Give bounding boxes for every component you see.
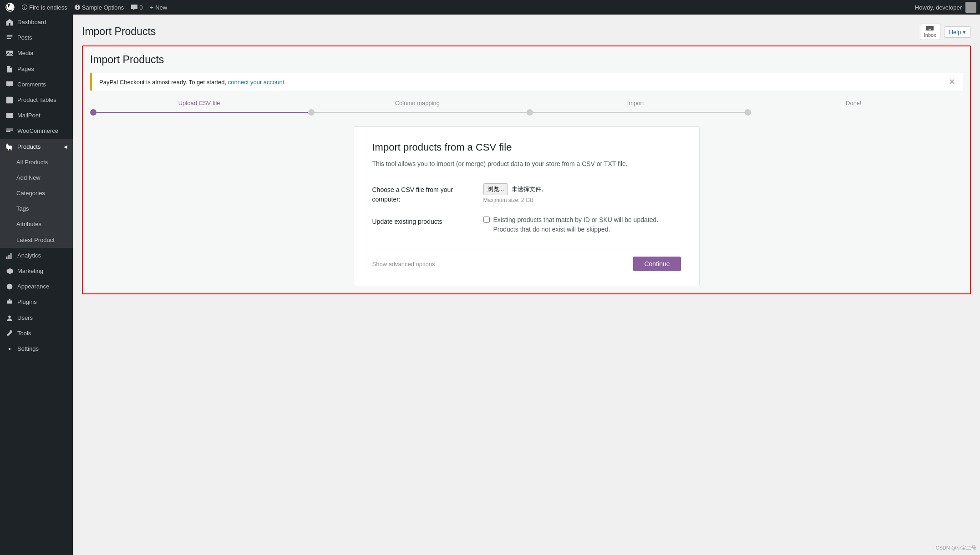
import-card-footer: Show advanced options Continue bbox=[372, 249, 681, 271]
topbar-avatar[interactable] bbox=[965, 2, 976, 13]
file-input-control: 浏览... 未选择文件。 Maximum size: 2 GB bbox=[483, 183, 681, 203]
show-advanced-button[interactable]: Show advanced options bbox=[372, 261, 435, 267]
import-page-title: Import Products bbox=[90, 54, 963, 66]
update-products-row: Update existing products Existing produc… bbox=[372, 215, 681, 234]
wp-logo[interactable] bbox=[4, 3, 16, 12]
sidebar-item-plugins[interactable]: Plugins bbox=[0, 294, 73, 310]
sidebar-item-latest-product[interactable]: Latest Product bbox=[0, 232, 73, 248]
settings-icon bbox=[5, 345, 14, 353]
main-content: Import Products Inbox Help ▾ Import Prod… bbox=[73, 15, 980, 555]
sidebar-item-woocommerce[interactable]: WooCommerce bbox=[0, 123, 73, 139]
svg-rect-10 bbox=[6, 257, 8, 259]
update-products-label: Update existing products bbox=[372, 215, 472, 227]
step-upload-label: Upload CSV file bbox=[178, 100, 220, 106]
media-icon bbox=[5, 49, 14, 57]
step-line-2 bbox=[315, 112, 526, 113]
sidebar-item-appearance[interactable]: Appearance bbox=[0, 279, 73, 294]
step-mapping-label: Column mapping bbox=[395, 100, 440, 106]
file-name-display: 未选择文件。 bbox=[512, 185, 547, 193]
products-submenu: All Products Add New Categories Tags Att… bbox=[0, 155, 73, 248]
marketing-icon bbox=[5, 267, 14, 275]
import-container: Import Products PayPal Checkout is almos… bbox=[82, 45, 971, 294]
users-icon bbox=[5, 314, 14, 322]
products-icon bbox=[5, 143, 14, 151]
svg-rect-11 bbox=[8, 255, 10, 259]
topbar-new[interactable]: + New bbox=[147, 0, 171, 15]
sidebar-item-dashboard[interactable]: Dashboard bbox=[0, 15, 73, 30]
svg-point-14 bbox=[8, 315, 10, 318]
notice-close-button[interactable]: ✕ bbox=[949, 78, 955, 86]
continue-button[interactable]: Continue bbox=[633, 257, 680, 271]
step-done-dot bbox=[745, 109, 751, 116]
step-line-1 bbox=[96, 112, 308, 113]
sidebar-item-settings[interactable]: Settings bbox=[0, 341, 73, 357]
page-title: Import Products bbox=[82, 25, 156, 39]
sidebar-item-categories[interactable]: Categories bbox=[0, 186, 73, 201]
sidebar-item-marketing[interactable]: Marketing bbox=[0, 263, 73, 279]
sidebar-item-tools[interactable]: Tools bbox=[0, 326, 73, 341]
inbox-button[interactable]: Inbox bbox=[920, 24, 940, 40]
topbar: Fire is endless Sample Options 0 + New H… bbox=[0, 0, 980, 15]
import-card-desc: This tool allows you to import (or merge… bbox=[372, 159, 681, 169]
tools-icon bbox=[5, 329, 14, 338]
topbar-sample-options[interactable]: Sample Options bbox=[71, 0, 128, 15]
topbar-site-name[interactable]: Fire is endless bbox=[18, 0, 71, 15]
notice-text: PayPal Checkout is almost ready. To get … bbox=[99, 79, 286, 86]
dashboard-icon bbox=[5, 18, 14, 26]
update-products-control: Existing products that match by ID or SK… bbox=[483, 215, 681, 234]
sidebar-item-product-tables[interactable]: Product Tables bbox=[0, 92, 73, 108]
svg-rect-7 bbox=[6, 113, 13, 118]
sidebar-item-users[interactable]: Users bbox=[0, 310, 73, 326]
topbar-howdy: Howdy, developer bbox=[915, 4, 965, 11]
header-actions: Inbox Help ▾ bbox=[920, 24, 971, 40]
step-done: Done! bbox=[745, 100, 963, 116]
step-import-dot bbox=[527, 109, 533, 116]
choose-file-label: Choose a CSV file from your computer: bbox=[372, 183, 472, 204]
update-products-checkbox[interactable] bbox=[483, 217, 490, 223]
topbar-comments[interactable]: 0 bbox=[127, 0, 146, 15]
notice-link[interactable]: connect your account bbox=[228, 79, 284, 86]
step-done-label: Done! bbox=[846, 100, 862, 106]
svg-point-8 bbox=[8, 149, 9, 151]
watermark: CSDN @小宝二号 bbox=[936, 545, 976, 551]
file-browse-button[interactable]: 浏览... bbox=[483, 183, 508, 195]
sidebar-item-media[interactable]: Media bbox=[0, 45, 73, 61]
products-chevron-icon: ◀ bbox=[64, 144, 67, 150]
comments-icon bbox=[5, 81, 14, 89]
sidebar-item-tags[interactable]: Tags bbox=[0, 201, 73, 217]
step-line-3 bbox=[533, 112, 745, 113]
step-mapping-dot bbox=[308, 109, 315, 116]
sidebar: Dashboard Posts Media Pages Comments Pro… bbox=[0, 15, 73, 555]
sidebar-item-mailpoet[interactable]: MailPoet bbox=[0, 108, 73, 123]
svg-rect-3 bbox=[6, 97, 13, 103]
steps-bar: Upload CSV file Column mapping Import bbox=[90, 100, 963, 116]
sidebar-item-analytics[interactable]: Analytics bbox=[0, 248, 73, 263]
table-icon bbox=[5, 96, 14, 104]
svg-rect-1 bbox=[6, 51, 13, 56]
help-button[interactable]: Help ▾ bbox=[944, 26, 971, 38]
import-card: Import products from a CSV file This too… bbox=[354, 126, 700, 286]
step-import: Import bbox=[527, 100, 745, 116]
sidebar-item-posts[interactable]: Posts bbox=[0, 30, 73, 45]
sidebar-item-add-new[interactable]: Add New bbox=[0, 170, 73, 186]
mailpoet-icon bbox=[5, 111, 14, 120]
max-size-text: Maximum size: 2 GB bbox=[483, 197, 681, 203]
paypal-notice: PayPal Checkout is almost ready. To get … bbox=[90, 73, 963, 91]
import-card-title: Import products from a CSV file bbox=[372, 141, 681, 153]
plugins-icon bbox=[5, 298, 14, 306]
appearance-icon bbox=[5, 283, 14, 291]
step-import-label: Import bbox=[627, 100, 644, 106]
sidebar-item-all-products[interactable]: All Products bbox=[0, 155, 73, 170]
posts-icon bbox=[5, 34, 14, 42]
sidebar-item-attributes[interactable]: Attributes bbox=[0, 217, 73, 232]
step-upload-dot bbox=[90, 109, 96, 116]
svg-rect-12 bbox=[10, 253, 12, 259]
sidebar-item-products[interactable]: Products ◀ bbox=[0, 139, 73, 155]
pages-icon bbox=[5, 65, 14, 73]
svg-point-15 bbox=[9, 348, 11, 350]
step-mapping: Column mapping bbox=[308, 100, 526, 116]
step-upload: Upload CSV file bbox=[90, 100, 308, 116]
update-products-desc: Existing products that match by ID or SK… bbox=[493, 215, 681, 234]
sidebar-item-comments[interactable]: Comments bbox=[0, 77, 73, 92]
sidebar-item-pages[interactable]: Pages bbox=[0, 61, 73, 77]
